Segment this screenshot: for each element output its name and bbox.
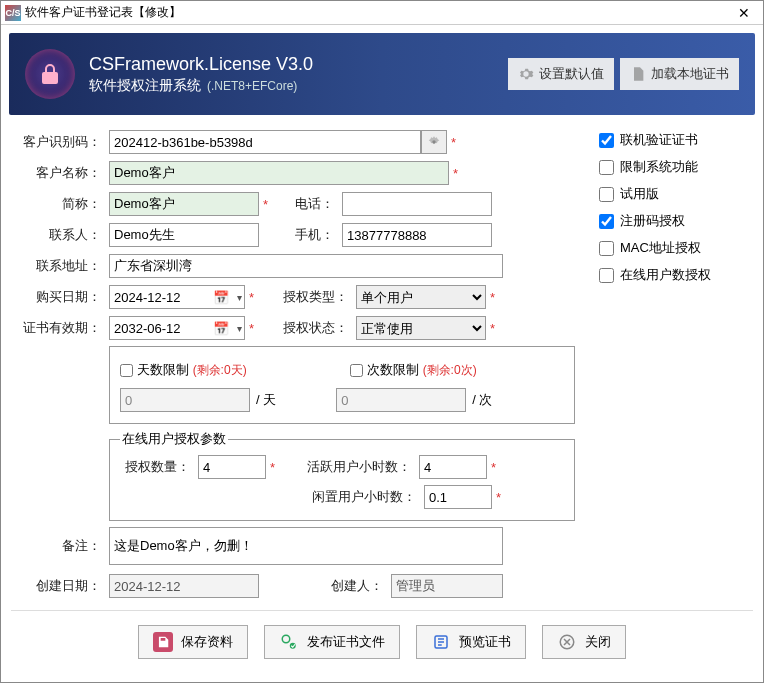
cust-id-input[interactable]: [109, 130, 421, 154]
online-params-group: 在线用户授权参数 授权数量： * 活跃用户小时数： * 闲置用户小时数： *: [109, 430, 575, 521]
check-regcode-auth[interactable]: 注册码授权: [599, 212, 739, 230]
publish-button[interactable]: 发布证书文件: [264, 625, 400, 659]
day-limit-input: [120, 388, 250, 412]
label-phone: 电话：: [272, 195, 342, 213]
set-defaults-button[interactable]: 设置默认值: [508, 58, 614, 90]
publish-icon: [279, 632, 299, 652]
window-titlebar: C/S 软件客户证书登记表【修改】 ✕: [1, 1, 763, 25]
app-icon: C/S: [5, 5, 21, 21]
mobile-input[interactable]: [342, 223, 492, 247]
gen-id-button[interactable]: [421, 130, 447, 154]
label-mobile: 手机：: [272, 226, 342, 244]
label-contact: 联系人：: [19, 226, 109, 244]
label-auth-type: 授权类型：: [258, 288, 356, 306]
cust-name-input[interactable]: [109, 161, 449, 185]
options-panel: 联机验证证书 限制系统功能 试用版 注册码授权 MAC地址授权 在线用户数授权: [599, 131, 739, 293]
label-creator: 创建人：: [259, 577, 391, 595]
gear-icon: [427, 135, 441, 149]
count-limit-input: [336, 388, 466, 412]
count-limit-check[interactable]: 次数限制 (剩余:0次): [350, 361, 477, 379]
create-date-field: [109, 574, 259, 598]
idle-hours-input[interactable]: [424, 485, 492, 509]
remark-input[interactable]: [109, 527, 503, 565]
save-icon: [153, 632, 173, 652]
close-icon: [557, 632, 577, 652]
label-short-name: 简称：: [19, 195, 109, 213]
lock-icon: [25, 49, 75, 99]
buy-date-input[interactable]: [109, 285, 245, 309]
header-banner: CSFramework.License V3.0 软件授权注册系统(.NET8+…: [9, 33, 755, 115]
check-limit-func[interactable]: 限制系统功能: [599, 158, 739, 176]
check-trial[interactable]: 试用版: [599, 185, 739, 203]
label-auth-status: 授权状态：: [258, 319, 356, 337]
contact-input[interactable]: [109, 223, 259, 247]
auth-status-select[interactable]: 正常使用: [356, 316, 486, 340]
svg-point-1: [282, 635, 290, 643]
label-buy-date: 购买日期：: [19, 288, 109, 306]
label-address: 联系地址：: [19, 257, 109, 275]
day-limit-check[interactable]: 天数限制 (剩余:0天): [120, 361, 320, 379]
label-expire: 证书有效期：: [19, 319, 109, 337]
banner-tech: (.NET8+EFCore): [207, 79, 297, 93]
window-title: 软件客户证书登记表【修改】: [25, 4, 181, 21]
short-name-input[interactable]: [109, 192, 259, 216]
close-icon[interactable]: ✕: [729, 5, 759, 21]
footer-toolbar: 保存资料 发布证书文件 预览证书 关闭: [11, 610, 753, 659]
check-online-verify[interactable]: 联机验证证书: [599, 131, 739, 149]
auth-qty-input[interactable]: [198, 455, 266, 479]
check-online-user-auth[interactable]: 在线用户数授权: [599, 266, 739, 284]
file-icon: [630, 66, 646, 82]
label-cust-id: 客户识别码：: [19, 133, 109, 151]
gear-icon: [518, 66, 534, 82]
online-params-legend: 在线用户授权参数: [120, 430, 228, 448]
save-button[interactable]: 保存资料: [138, 625, 248, 659]
preview-button[interactable]: 预览证书: [416, 625, 526, 659]
phone-input[interactable]: [342, 192, 492, 216]
expire-input[interactable]: [109, 316, 245, 340]
close-button[interactable]: 关闭: [542, 625, 626, 659]
banner-text: CSFramework.License V3.0 软件授权注册系统(.NET8+…: [89, 54, 313, 95]
load-local-cert-button[interactable]: 加载本地证书: [620, 58, 739, 90]
required-star: *: [451, 135, 456, 150]
label-cust-name: 客户名称：: [19, 164, 109, 182]
banner-subtitle: 软件授权注册系统: [89, 77, 201, 93]
preview-icon: [431, 632, 451, 652]
limit-group: 天数限制 (剩余:0天) 次数限制 (剩余:0次) / 天 / 次: [109, 346, 575, 424]
active-hours-input[interactable]: [419, 455, 487, 479]
creator-field: [391, 574, 503, 598]
label-remark: 备注：: [19, 537, 109, 555]
check-mac-auth[interactable]: MAC地址授权: [599, 239, 739, 257]
auth-type-select[interactable]: 单个用户: [356, 285, 486, 309]
label-create-date: 创建日期：: [19, 577, 109, 595]
address-input[interactable]: [109, 254, 503, 278]
banner-title: CSFramework.License V3.0: [89, 54, 313, 75]
